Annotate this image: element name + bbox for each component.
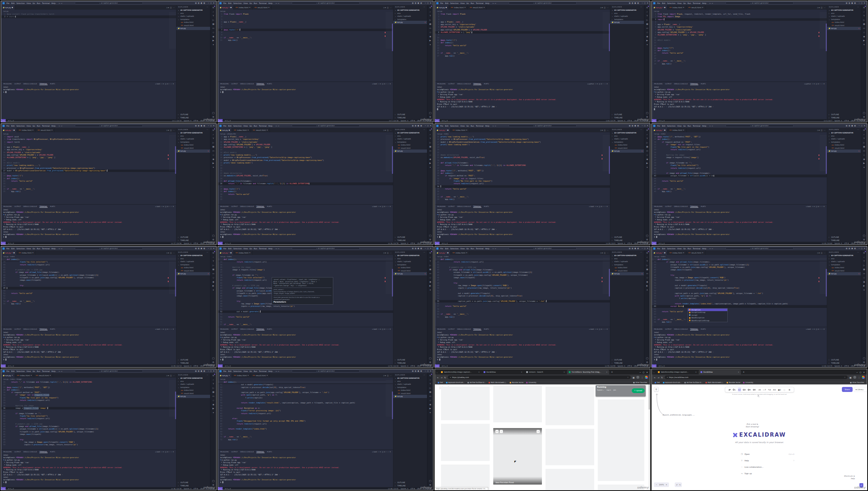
panel-tab-problems[interactable]: PROBLEMS	[437, 328, 446, 330]
notebook-icon[interactable]: ◉	[212, 403, 214, 406]
tree-item-env[interactable]: ›env	[393, 257, 427, 260]
tree-item-result.html[interactable]: <>result.html	[827, 147, 861, 150]
tab-run.py[interactable]: run.py1●	[435, 250, 451, 255]
panel-tab-terminal[interactable]: TERMINAL	[256, 328, 264, 330]
tool-draw-icon[interactable]: ✎8	[768, 388, 771, 392]
panel-tab-problems[interactable]: PROBLEMS	[3, 206, 12, 207]
tree-item-result.html[interactable]: <>result.html	[610, 269, 644, 272]
source-control-icon[interactable]: Y	[430, 137, 431, 139]
tree-item-run.py[interactable]: run.py1	[827, 272, 861, 275]
status-item[interactable]: Spaces: 4	[401, 120, 408, 122]
status-item[interactable]: UTF-8	[410, 242, 415, 244]
menu-edit[interactable]: Edit	[445, 2, 448, 4]
problems-counts[interactable]: ⊘ 0 △ 0	[8, 120, 14, 122]
close-icon[interactable]: ×	[606, 371, 607, 373]
breadcrumb[interactable]: run.py › allowd_file	[218, 132, 393, 135]
editor-scrollbar[interactable]	[826, 146, 827, 174]
breadcrumb[interactable]: run.py › index	[435, 132, 610, 135]
status-item[interactable]: Spaces: 4	[834, 365, 842, 367]
editor-actions[interactable]: ▷▾ ◫ ⋯	[818, 6, 827, 9]
copilot-icon[interactable]: ✦	[646, 43, 648, 46]
source-control-icon[interactable]: Y	[430, 14, 431, 17]
window-controls[interactable]: ▤ ▥ ▦ ▧ ─ ▢ ✕	[412, 125, 432, 127]
menu-view[interactable]: View	[26, 247, 31, 250]
history-nav-icons[interactable]: ← →	[276, 125, 279, 127]
panel-tab-terminal[interactable]: TERMINAL	[39, 451, 47, 453]
close-icon[interactable]: ×	[466, 252, 467, 254]
tree-item-templates[interactable]: ⌄templates	[610, 141, 644, 144]
tab-run.py[interactable]: run.py1●	[652, 5, 668, 10]
panel-actions[interactable]: ⌗ python + ▾ ◫ ⊟ ⋯ ⌐ ✕	[804, 83, 825, 85]
menu-view[interactable]: View	[460, 247, 465, 250]
source-control-icon[interactable]: Y	[213, 260, 214, 262]
play-icon[interactable]: ▶	[213, 407, 214, 409]
tree-item-static-uploads[interactable]: ⌄static / uploads	[176, 383, 210, 386]
status-item[interactable]: UTF-8	[193, 120, 198, 122]
search-icon[interactable]: ⌕	[863, 256, 864, 258]
tool-hand-icon[interactable]: 1	[733, 388, 736, 392]
panel-tab-ports[interactable]: PORTS	[50, 206, 55, 207]
breadcrumb[interactable]: run.py › index	[1, 255, 176, 258]
image-placeholder[interactable]	[441, 465, 490, 490]
close-icon[interactable]: ×	[50, 374, 51, 376]
breadcrumb[interactable]: run.py	[218, 378, 393, 380]
menu-item-livecollaboration[interactable]: ⁘Live collaboration...	[741, 464, 794, 470]
history-nav-icons[interactable]: ← →	[709, 125, 713, 127]
tab-result.html[interactable]: <>result.html×	[251, 128, 270, 132]
menu-file[interactable]: File	[6, 370, 9, 372]
copilot-icon[interactable]: ✦	[212, 43, 214, 46]
panel-actions[interactable]: ⌗ bash + ▾ ◫ ⊟ ⋯ ⌐ ✕	[589, 206, 608, 207]
tab-index.html[interactable]: <>index.html×	[232, 128, 251, 132]
breadcrumb[interactable]: run.py	[435, 10, 610, 13]
panel-actions[interactable]: ⌗ bash + ▾ ◫ ⊟ ⋯ ⌐ ✕	[155, 83, 174, 85]
tab-run.py[interactable]: run.py×	[1, 373, 15, 378]
window-controls[interactable]: ▤ ▥ ▦ ▧ ─ ▢ ✕	[195, 370, 215, 372]
refresh-icon[interactable]: ↻	[444, 376, 446, 379]
page-scrollbar[interactable]	[649, 384, 650, 490]
heart-icon[interactable]: ♡	[500, 430, 503, 433]
editor-actions[interactable]: ▷▾ ◫ ⋯	[167, 129, 176, 131]
menu-edit[interactable]: Edit	[662, 247, 665, 250]
editor-actions[interactable]: ▷▾ ◫ ⋯	[384, 252, 393, 254]
section-outline[interactable]: ›OUTLINE	[610, 113, 644, 116]
remote-indicator[interactable]: ><	[218, 364, 223, 367]
remote-icon[interactable]: ▭	[429, 272, 431, 275]
dirty-dot-icon[interactable]: ●	[447, 252, 448, 254]
more-actions-icon[interactable]: ⋯	[857, 129, 859, 131]
tree-item-static-uploads[interactable]: ⌄static / uploads	[393, 15, 427, 18]
panel-tab-output[interactable]: OUTPUT	[665, 328, 671, 330]
menu-help[interactable]: Help	[485, 125, 489, 127]
close-icon[interactable]: ×	[702, 6, 703, 8]
close-icon[interactable]: ×	[465, 6, 466, 8]
tree-item-ai-caption-generator[interactable]: ⌄AI-CAPTION-GENERATOR	[393, 9, 427, 12]
source-control-icon[interactable]: Y	[430, 382, 431, 385]
tree-item-env[interactable]: ›env	[393, 134, 427, 138]
panel-tab-terminal[interactable]: TERMINAL	[473, 206, 481, 208]
extensions-icon[interactable]: ▦	[863, 23, 865, 25]
account-icon[interactable]: ◯	[429, 480, 432, 482]
account-icon[interactable]: ◯	[212, 112, 215, 114]
problems-counts[interactable]: ⊘ 0 △ 0	[659, 365, 665, 367]
notebook-icon[interactable]: ◉	[212, 280, 214, 283]
menu-edit[interactable]: Edit	[11, 125, 15, 127]
menu-item-help[interactable]: ?Help?	[741, 457, 794, 464]
menu-edit[interactable]: Edit	[662, 2, 665, 4]
window-controls[interactable]: ▤ ▥ ▦ ▧ ─ ▢ ✕	[846, 2, 865, 4]
testing-icon[interactable]: ◇	[863, 276, 865, 279]
tree-item-static-uploads[interactable]: ⌄static / uploads	[393, 260, 427, 263]
extensions-icon[interactable]: ▦	[646, 23, 648, 25]
explorer-icon[interactable]: ⧉	[863, 251, 865, 254]
more-actions-icon[interactable]: ⋯	[423, 251, 425, 253]
remote-indicator[interactable]: ><	[652, 119, 656, 122]
tree-item-index.html[interactable]: <>index.html	[610, 143, 644, 147]
menu-file[interactable]: File	[6, 247, 9, 250]
panel-actions[interactable]: ⌗ bash + ▾ ◫ ⊟ ⋯ ⌐ ✕	[155, 451, 174, 453]
remote-indicator[interactable]: ><	[218, 242, 223, 245]
section-outline[interactable]: ›OUTLINE	[176, 358, 210, 362]
tree-item-env[interactable]: ›env	[393, 380, 427, 383]
notebook-icon[interactable]: ◉	[429, 403, 431, 406]
tab-run.py[interactable]: run.py1●	[1, 128, 17, 132]
play-icon[interactable]: ▶	[646, 39, 648, 41]
editor-actions[interactable]: ▷▾ ◫ ⋯	[818, 252, 827, 254]
status-item[interactable]: Spaces: 4	[401, 365, 408, 367]
